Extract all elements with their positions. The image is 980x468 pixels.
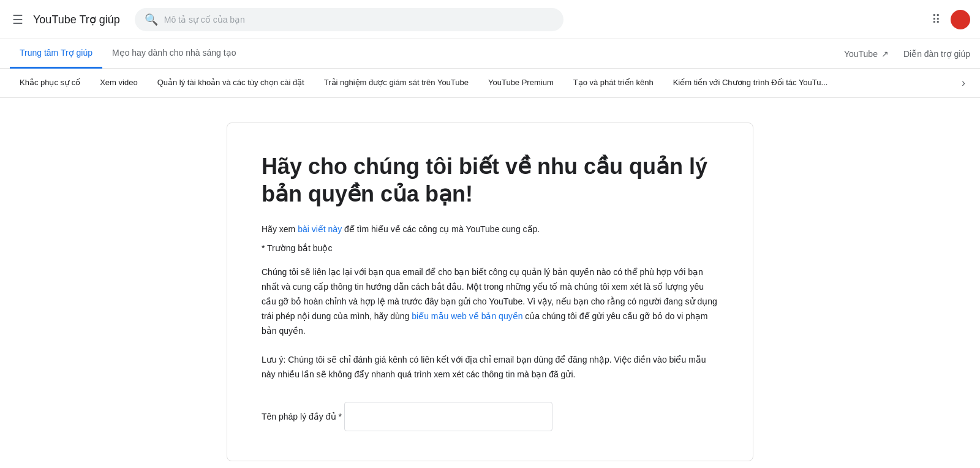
category-monetize[interactable]: Kiếm tiền với Chương trình Đối tác YouTu… — [663, 69, 838, 98]
forum-link[interactable]: Diễn đàn trợ giúp — [903, 49, 970, 59]
second-nav: Trung tâm Trợ giúp Mẹo hay dành cho nhà … — [0, 39, 980, 69]
page-heading: Hãy cho chúng tôi biết về nhu cầu quản l… — [262, 153, 718, 208]
category-channel[interactable]: Tạo và phát triển kênh — [564, 69, 663, 98]
main-content: Hãy cho chúng tôi biết về nhu cầu quản l… — [0, 98, 980, 468]
search-input[interactable] — [164, 15, 554, 25]
field-label: Tên pháp lý đầy đủ * — [262, 412, 342, 421]
nav-help-center[interactable]: Trung tâm Trợ giúp — [10, 39, 102, 69]
category-premium[interactable]: YouTube Premium — [478, 69, 564, 98]
intro-prefix: Hãy xem — [262, 224, 298, 234]
site-title: YouTube Trợ giúp — [33, 13, 120, 26]
hamburger-icon[interactable]: ☰ — [10, 10, 26, 29]
youtube-link-label: YouTube — [844, 49, 878, 59]
full-name-input[interactable] — [344, 402, 552, 431]
field-wrapper: Tên pháp lý đầy đủ * — [262, 402, 718, 431]
top-nav: ☰ YouTube Trợ giúp 🔍 ⠿ — [0, 0, 980, 39]
youtube-external-link[interactable]: YouTube ↗ — [844, 49, 889, 59]
category-supervised[interactable]: Trải nghiệm được giám sát trên YouTube — [314, 69, 478, 98]
search-icon: 🔍 — [145, 13, 158, 26]
top-nav-right: ⠿ — [932, 10, 970, 29]
required-note: * Trường bắt buộc — [262, 243, 718, 253]
intro-suffix: để tìm hiểu về các công cụ mà YouTube cu… — [342, 224, 540, 234]
category-nav: Khắc phục sự cố Xem video Quản lý tài kh… — [0, 69, 980, 98]
content-card: Hãy cho chúng tôi biết về nhu cầu quản l… — [227, 123, 753, 461]
top-nav-left: ☰ YouTube Trợ giúp — [10, 10, 120, 29]
category-watch[interactable]: Xem video — [90, 69, 147, 98]
search-bar: 🔍 — [135, 8, 564, 31]
intro-link[interactable]: bài viết này — [298, 224, 342, 234]
category-account[interactable]: Quản lý tài khoản và các tùy chọn cài đặ… — [148, 69, 314, 98]
grid-icon[interactable]: ⠿ — [932, 12, 941, 27]
nav-creator-tips[interactable]: Mẹo hay dành cho nhà sáng tạo — [102, 39, 246, 69]
body-link[interactable]: biểu mẫu web về bản quyền — [412, 311, 522, 321]
avatar[interactable] — [951, 10, 970, 29]
external-icon: ↗ — [881, 49, 889, 59]
second-nav-right: YouTube ↗ Diễn đàn trợ giúp — [844, 49, 970, 59]
intro-text: Hãy xem bài viết này để tìm hiểu về các … — [262, 222, 718, 236]
note-text: Lưu ý: Chúng tôi sẽ chỉ đánh giá kênh có… — [262, 353, 718, 382]
body-text: Chúng tôi sẽ liên lạc lại với bạn qua em… — [262, 265, 718, 338]
category-fix[interactable]: Khắc phục sự cố — [10, 69, 90, 98]
category-nav-arrow[interactable]: › — [957, 74, 970, 92]
